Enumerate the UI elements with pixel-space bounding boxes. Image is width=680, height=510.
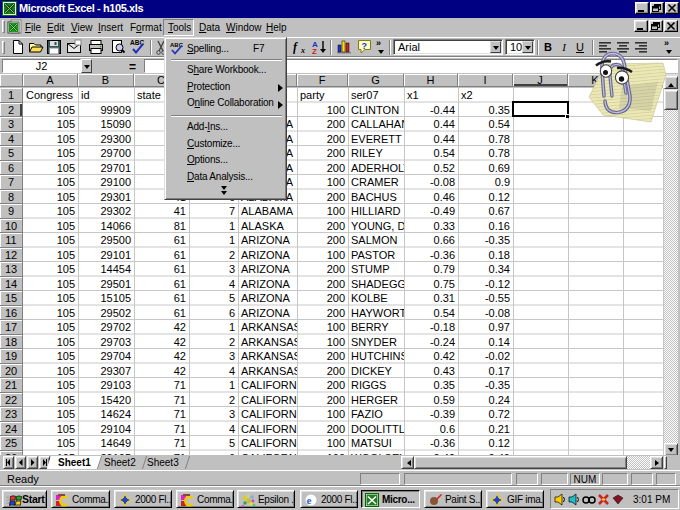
svg-text:x: x [300,46,305,55]
svg-text:Z: Z [312,47,317,55]
svg-text:f: f [293,40,298,54]
svg-text:?: ? [362,41,368,51]
svg-text:e: e [307,494,312,506]
